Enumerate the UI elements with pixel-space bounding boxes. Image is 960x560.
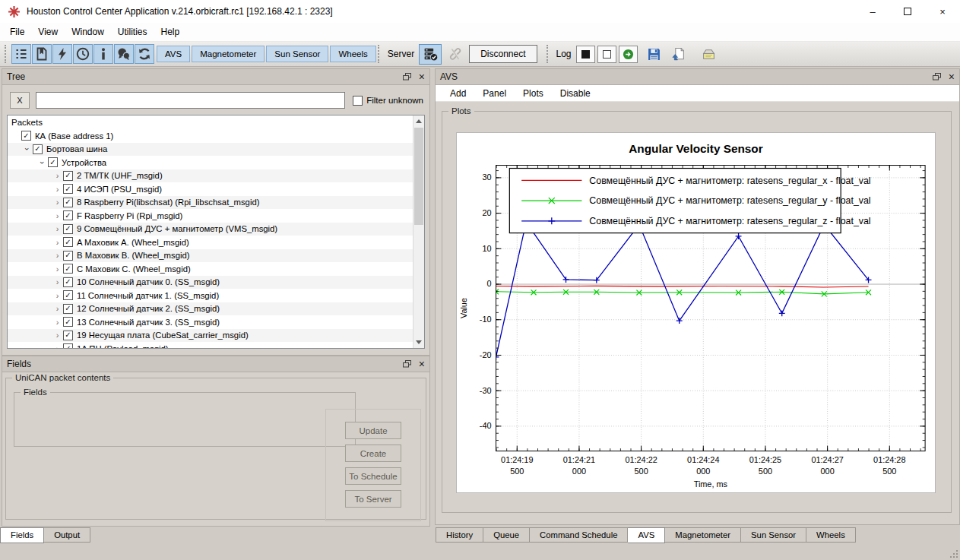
- clock-icon[interactable]: [73, 44, 93, 64]
- expand-icon[interactable]: ›: [52, 224, 63, 233]
- tree-row-бортовая-шина[interactable]: ›Бортовая шина: [8, 143, 413, 157]
- expand-icon[interactable]: ›: [52, 277, 63, 286]
- server-check-icon[interactable]: [419, 44, 442, 65]
- view-button-wheels[interactable]: Wheels: [330, 46, 375, 62]
- tree-item-checkbox[interactable]: [33, 144, 43, 154]
- angular-velocity-chart[interactable]: Angular Velocity Sensor01:24:1950001:24:…: [456, 132, 936, 493]
- tree-item-checkbox[interactable]: [63, 237, 73, 247]
- expand-icon[interactable]: ›: [52, 291, 63, 300]
- tree-item-checkbox[interactable]: [63, 317, 73, 327]
- blank-square-icon[interactable]: [597, 46, 616, 63]
- telemetry-doc-icon[interactable]: [32, 44, 52, 64]
- tree-row-a-маховик-a-wheel-msgid[interactable]: ›A Маховик A. (Wheel_msgid): [8, 236, 413, 249]
- export-log-icon[interactable]: [699, 45, 719, 63]
- avs-menu-panel[interactable]: Panel: [474, 87, 515, 100]
- menu-item-file[interactable]: File: [3, 24, 31, 40]
- tab-avs[interactable]: AVS: [628, 527, 665, 543]
- float-icon[interactable]: [403, 360, 411, 368]
- tree-item-checkbox[interactable]: [63, 343, 73, 348]
- scroll-up-icon[interactable]: [413, 115, 424, 127]
- tab-wheels[interactable]: Wheels: [806, 527, 856, 543]
- scrollbar-thumb[interactable]: [414, 128, 423, 225]
- tree-row-10-солнечный-датчик-0-ss-msgid[interactable]: ›10 Солнечный датчик 0. (SS_msgid): [8, 276, 413, 289]
- tree-item-checkbox[interactable]: [63, 264, 73, 274]
- toolbar-drag-handle[interactable]: [378, 45, 381, 63]
- create-button[interactable]: Create: [345, 445, 401, 462]
- tree-item-checkbox[interactable]: [63, 224, 73, 234]
- close-icon[interactable]: ×: [419, 360, 425, 368]
- tree-item-checkbox[interactable]: [63, 210, 73, 220]
- update-button[interactable]: Update: [345, 422, 401, 439]
- menu-item-utilities[interactable]: Utilities: [111, 24, 154, 40]
- expand-icon[interactable]: ›: [52, 251, 63, 260]
- clear-filter-button[interactable]: X: [10, 92, 30, 109]
- messages-icon[interactable]: [114, 44, 134, 64]
- menu-item-view[interactable]: View: [31, 24, 65, 40]
- expand-icon[interactable]: ›: [52, 198, 63, 207]
- collapse-icon[interactable]: ›: [38, 157, 47, 168]
- filter-input[interactable]: [36, 92, 345, 109]
- collapse-icon[interactable]: ›: [23, 144, 32, 155]
- expand-icon[interactable]: ›: [52, 171, 63, 180]
- tree-row-b-маховик-b-wheel-msgid[interactable]: ›B Маховик B. (Wheel_msgid): [8, 249, 413, 263]
- menu-item-window[interactable]: Window: [65, 24, 111, 40]
- packet-tree-icon[interactable]: [11, 44, 31, 64]
- tree-item-checkbox[interactable]: [63, 290, 73, 300]
- view-button-sun-sensor[interactable]: Sun Sensor: [266, 46, 328, 62]
- sync-icon[interactable]: [135, 44, 154, 64]
- toolbar-drag-handle[interactable]: [5, 45, 8, 63]
- expand-icon[interactable]: ›: [52, 344, 63, 348]
- tree-row-4-исэп-psu-msgid[interactable]: ›4 ИСЭП (PSU_msgid): [8, 182, 413, 196]
- tree-item-checkbox[interactable]: [48, 157, 58, 167]
- tree-item-checkbox[interactable]: [63, 304, 73, 314]
- tab-magnetometer[interactable]: Magnetometer: [665, 527, 741, 543]
- scroll-down-icon[interactable]: [413, 337, 424, 348]
- record-stop-icon[interactable]: [576, 46, 595, 63]
- tree-item-checkbox[interactable]: [63, 251, 73, 261]
- avs-panel-header[interactable]: AVS ×: [436, 69, 959, 85]
- expand-icon[interactable]: ›: [52, 185, 63, 194]
- expand-icon[interactable]: ›: [52, 331, 63, 340]
- tree-row-8-raspberry-pi-libschsat-rpi-l[interactable]: ›8 Raspberry Pi(libschsat) (Rpi_libschsa…: [8, 196, 413, 210]
- expand-icon[interactable]: ›: [52, 304, 63, 313]
- tree-item-checkbox[interactable]: [63, 171, 73, 181]
- tree-row-1a-пн-payload-msgid[interactable]: ›1A ПН (Payload_msgid): [8, 342, 413, 348]
- expand-icon[interactable]: ›: [52, 264, 63, 274]
- resize-grip[interactable]: [949, 549, 958, 558]
- tree-scrollbar[interactable]: [413, 115, 424, 348]
- fields-panel-header[interactable]: Fields ×: [2, 356, 429, 372]
- float-icon[interactable]: [933, 73, 941, 81]
- expand-icon[interactable]: ›: [52, 211, 63, 220]
- tab-queue[interactable]: Queue: [483, 527, 530, 543]
- disconnect-button[interactable]: Disconnect: [469, 45, 537, 63]
- to-schedule-button[interactable]: To Schedule: [345, 467, 401, 485]
- tree-item-checkbox[interactable]: [63, 331, 73, 340]
- tree-row-13-солнечный-датчик-3-ss-msgid[interactable]: ›13 Солнечный датчик 3. (SS_msgid): [8, 315, 413, 329]
- avs-menu-disable[interactable]: Disable: [552, 87, 599, 100]
- go-arrow-icon[interactable]: [619, 46, 638, 63]
- tree-row-12-солнечный-датчик-2-ss-msgid[interactable]: ›12 Солнечный датчик 2. (SS_msgid): [8, 302, 413, 316]
- tree-item-checkbox[interactable]: [21, 131, 31, 141]
- tab-command-schedule[interactable]: Command Schedule: [530, 527, 628, 543]
- to-server-button[interactable]: To Server: [345, 490, 401, 508]
- title-bar[interactable]: Houston Control Center Application v.214…: [0, 0, 960, 23]
- tree-row-19-несущая-плата-cubesat-carri[interactable]: ›19 Несущая плата (CubeSat_carrier_msgid…: [8, 329, 413, 343]
- tab-sun-sensor[interactable]: Sun Sensor: [741, 527, 806, 543]
- tab-output[interactable]: Output: [44, 527, 90, 543]
- copy-file-icon[interactable]: [669, 45, 689, 63]
- tab-fields[interactable]: Fields: [0, 527, 44, 543]
- info-icon[interactable]: [93, 44, 113, 64]
- tree-row-устройства[interactable]: ›Устройства: [8, 156, 413, 169]
- power-icon[interactable]: [52, 44, 72, 64]
- menu-item-help[interactable]: Help: [154, 24, 187, 40]
- expand-icon[interactable]: ›: [52, 318, 63, 327]
- close-icon[interactable]: ×: [419, 73, 425, 81]
- tree-row-9-совмещённый-дус-магнитометр-[interactable]: ›9 Совмещённый ДУС + магнитометр (VMS_ms…: [8, 223, 413, 236]
- tree-item-checkbox[interactable]: [63, 198, 73, 207]
- toolbar-drag-handle[interactable]: [547, 45, 550, 63]
- tree-row-ка-base-address-1[interactable]: КА (Base address 1): [8, 129, 413, 143]
- tree-item-checkbox[interactable]: [63, 277, 73, 287]
- maximize-icon[interactable]: [890, 0, 925, 23]
- expand-icon[interactable]: ›: [52, 238, 63, 247]
- tree-row-c-маховик-c-wheel-msgid[interactable]: ›C Маховик C. (Wheel_msgid): [8, 262, 413, 276]
